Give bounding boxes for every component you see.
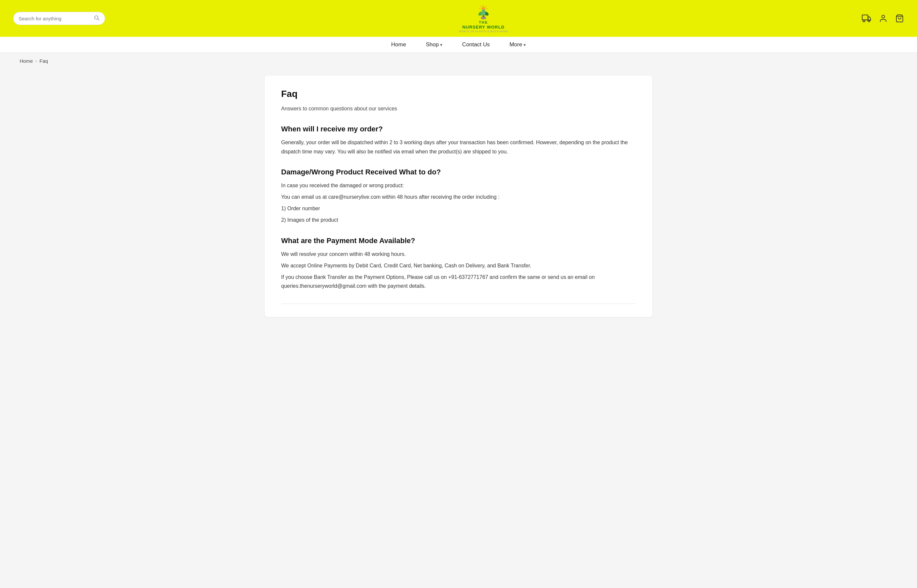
faq-subtitle: Answers to common questions about our se… [281,106,636,112]
delivery-icon [862,14,871,23]
svg-rect-13 [862,15,868,20]
site-header: THE NURSERY WORLD WORLD OF PLANTS & MUCH… [0,0,917,37]
nav-more[interactable]: More ▾ [509,41,526,48]
faq-section-order-title: When will I receive my order? [281,125,636,133]
svg-point-15 [868,20,870,22]
main-nav: Home Shop ▾ Contact Us More ▾ [0,37,917,53]
shop-chevron-icon: ▾ [440,42,442,47]
breadcrumb: Home › Faq [0,53,917,69]
breadcrumb-separator: › [36,58,37,63]
delivery-button[interactable] [862,14,871,23]
breadcrumb-home[interactable]: Home [20,58,33,64]
faq-section-damage: Damage/Wrong Product Received What to do… [281,168,636,225]
faq-divider [281,304,636,304]
search-input[interactable] [19,16,91,21]
more-chevron-icon: ▾ [523,42,526,47]
account-icon [879,14,888,23]
search-icon [94,15,100,22]
faq-section-payment-title: What are the Payment Mode Available? [281,236,636,245]
faq-section-payment-body: We will resolve your concern within 48 w… [281,250,636,291]
faq-section-order-body: Generally, your order will be dispatched… [281,138,636,156]
search-bar[interactable] [13,12,105,25]
faq-section-damage-body: In case you received the damaged or wron… [281,181,636,225]
faq-section-order: When will I receive my order? Generally,… [281,125,636,156]
cart-icon [895,14,904,23]
nav-contact[interactable]: Contact Us [462,41,490,48]
faq-section-damage-title: Damage/Wrong Product Received What to do… [281,168,636,176]
cart-button[interactable] [895,14,904,23]
svg-point-16 [882,15,885,18]
header-icons [862,14,904,23]
page-title: Faq [281,89,636,99]
logo-text: THE NURSERY WORLD WORLD OF PLANTS & MUCH… [459,20,508,33]
nav-shop[interactable]: Shop ▾ [426,41,442,48]
breadcrumb-current: Faq [39,58,48,64]
main-content: Faq Answers to common questions about ou… [245,69,672,337]
faq-section-payment: What are the Payment Mode Available? We … [281,236,636,291]
svg-rect-12 [481,17,486,19]
svg-point-10 [481,9,486,16]
svg-line-6 [481,6,481,7]
logo[interactable]: THE NURSERY WORLD WORLD OF PLANTS & MUCH… [459,4,508,33]
nav-home[interactable]: Home [391,41,406,48]
faq-card: Faq Answers to common questions about ou… [265,76,652,317]
svg-point-14 [863,20,865,22]
svg-line-1 [98,19,99,20]
svg-line-4 [486,6,486,7]
logo-icon [474,4,493,20]
account-button[interactable] [879,14,888,23]
